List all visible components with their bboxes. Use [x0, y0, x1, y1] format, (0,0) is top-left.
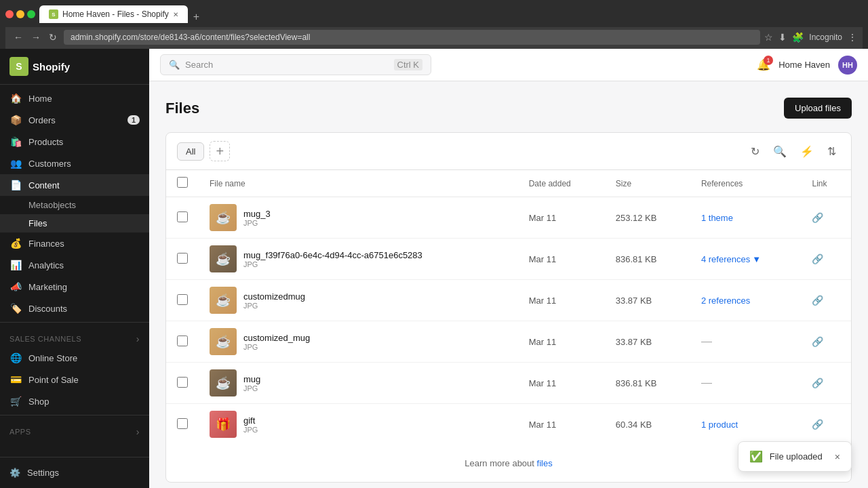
notification-bell[interactable]: 🔔 1	[757, 58, 770, 71]
file-name: mug	[243, 374, 260, 384]
ref-expand-link[interactable]: 4 references ▼	[701, 254, 791, 264]
row-checkbox-5[interactable]	[177, 377, 188, 388]
bookmark-icon[interactable]: ☆	[764, 32, 773, 43]
search-placeholder: Search	[185, 60, 213, 70]
sidebar-item-home[interactable]: 🏠 Home	[0, 87, 149, 109]
window-maximize-btn[interactable]	[27, 10, 35, 18]
files-toolbar: All + ↻ 🔍 ⚡ ⇅	[166, 133, 851, 170]
orders-badge: 1	[127, 115, 140, 125]
col-size: Size	[605, 170, 690, 197]
file-type: JPG	[243, 219, 271, 227]
sidebar-item-products[interactable]: 🛍️ Products	[0, 131, 149, 152]
sidebar-item-label: Marketing	[28, 282, 67, 292]
filter-files-btn[interactable]: ⚡	[796, 142, 818, 161]
download-icon[interactable]: ⬇	[778, 32, 787, 43]
row-link-cell[interactable]: 🔗	[801, 239, 851, 280]
shopify-icon: S	[9, 57, 28, 76]
file-name-group: mug_3 JPG	[243, 209, 271, 227]
row-link-cell[interactable]: 🔗	[801, 280, 851, 321]
forward-btn[interactable]: →	[28, 30, 43, 44]
table-row: ☕ mug_3 JPG Mar 11 253.12 KB 1 theme 🔗	[166, 197, 851, 239]
search-box[interactable]: 🔍 Search Ctrl K	[160, 54, 431, 75]
row-ref-cell: 1 theme	[690, 197, 802, 239]
refresh-files-btn[interactable]: ↻	[747, 142, 764, 161]
row-filename-cell: ☕ mug_3 JPG	[199, 197, 518, 239]
row-checkbox-2[interactable]	[177, 253, 188, 264]
url-text: admin.shopify.com/store/de8143-a6/conten…	[71, 33, 310, 42]
sidebar-item-online-store[interactable]: 🌐 Online Store	[0, 347, 149, 369]
content-icon: 📄	[9, 179, 22, 191]
extensions-icon[interactable]: 🧩	[792, 32, 804, 43]
sidebar-item-finances[interactable]: 💰 Finances	[0, 232, 149, 254]
window-minimize-btn[interactable]	[16, 10, 24, 18]
file-name-group: customizedmug JPG	[243, 291, 305, 310]
row-ref-cell: 4 references ▼	[690, 239, 802, 280]
header-checkbox-cell	[166, 170, 199, 197]
apps-expand-icon[interactable]: ›	[136, 426, 140, 437]
toast-success-icon: ✅	[749, 450, 763, 463]
upload-files-button[interactable]: Upload files	[784, 98, 852, 119]
row-ref-cell: 2 references	[690, 280, 802, 321]
sidebar-item-marketing[interactable]: 📣 Marketing	[0, 276, 149, 298]
file-name: mug_f39f76a0-6e4c-4d94-4cc-a6751e6c5283	[243, 250, 422, 260]
row-link-cell[interactable]: 🔗	[801, 404, 851, 445]
row-filename-cell: 🎁 gift JPG	[199, 404, 518, 445]
file-info: ☕ customizedmug JPG	[210, 287, 507, 314]
select-all-checkbox[interactable]	[177, 177, 188, 188]
back-btn[interactable]: ←	[11, 30, 26, 44]
row-checkbox-4[interactable]	[177, 336, 188, 346]
add-filter-btn[interactable]: +	[210, 141, 230, 161]
address-bar[interactable]: admin.shopify.com/store/de8143-a6/conten…	[64, 30, 760, 45]
sidebar-item-content[interactable]: 📄 Content	[0, 174, 149, 196]
tab-close-btn[interactable]: ✕	[173, 11, 178, 18]
row-ref-cell: —	[690, 363, 802, 404]
sidebar-item-pos[interactable]: 💳 Point of Sale	[0, 369, 149, 390]
ref-link[interactable]: 2 references	[701, 296, 791, 306]
row-checkbox-6[interactable]	[177, 418, 188, 429]
store-name: Home Haven	[778, 60, 830, 70]
nav-buttons: ← → ↻	[11, 30, 60, 44]
sidebar-subitem-files[interactable]: Files	[0, 214, 149, 232]
row-checkbox-3[interactable]	[177, 294, 188, 305]
sidebar-item-shop[interactable]: 🛒 Shop	[0, 390, 149, 412]
learn-more-link[interactable]: files	[537, 458, 553, 468]
new-tab-btn[interactable]: +	[189, 11, 203, 23]
ref-link[interactable]: 1 theme	[701, 213, 791, 223]
avatar[interactable]: HH	[838, 56, 857, 75]
row-checkbox-1[interactable]	[177, 211, 188, 222]
sidebar-item-settings[interactable]: ⚙️ Settings	[9, 463, 140, 483]
tab-all[interactable]: All	[177, 142, 204, 161]
file-thumbnail: ☕	[210, 328, 237, 355]
menu-icon[interactable]: ⋮	[848, 32, 857, 43]
row-link-cell[interactable]: 🔗	[801, 363, 851, 404]
row-link-cell[interactable]: 🔗	[801, 197, 851, 239]
active-tab[interactable]: S Home Haven - Files - Shopify ✕	[39, 5, 188, 23]
settings-icon: ⚙️	[9, 468, 20, 478]
sidebar-subitem-metaobjects[interactable]: Metaobjects	[0, 196, 149, 214]
sort-files-btn[interactable]: ⇅	[823, 142, 840, 161]
row-checkbox-cell	[166, 197, 199, 239]
row-link-cell[interactable]: 🔗	[801, 321, 851, 363]
finances-icon: 💰	[9, 237, 22, 249]
refresh-btn[interactable]: ↻	[46, 30, 60, 44]
expand-chevron: ▼	[752, 254, 761, 264]
ref-link[interactable]: 1 product	[701, 420, 791, 430]
table-row: 🎁 gift JPG Mar 11 60.34 KB 1 product 🔗	[166, 404, 851, 445]
expand-icon[interactable]: ›	[136, 333, 140, 344]
browser-actions: ☆ ⬇ 🧩 Incognito ⋮	[764, 32, 857, 43]
page-header: Files Upload files	[165, 98, 852, 119]
sidebar-item-label: Shop	[28, 396, 49, 407]
row-size-cell: 253.12 KB	[605, 197, 690, 239]
sidebar-item-analytics[interactable]: 📊 Analytics	[0, 254, 149, 276]
online-store-icon: 🌐	[9, 352, 22, 364]
row-checkbox-cell	[166, 280, 199, 321]
toast-close-btn[interactable]: ×	[835, 451, 840, 462]
sidebar-item-orders[interactable]: 📦 Orders 1	[0, 109, 149, 131]
col-references: References	[690, 170, 802, 197]
window-close-btn[interactable]	[5, 10, 14, 18]
sidebar-item-customers[interactable]: 👥 Customers	[0, 152, 149, 174]
search-files-btn[interactable]: 🔍	[769, 142, 791, 161]
file-name: mug_3	[243, 209, 271, 219]
sidebar-item-discounts[interactable]: 🏷️ Discounts	[0, 298, 149, 319]
customers-icon: 👥	[9, 157, 22, 169]
